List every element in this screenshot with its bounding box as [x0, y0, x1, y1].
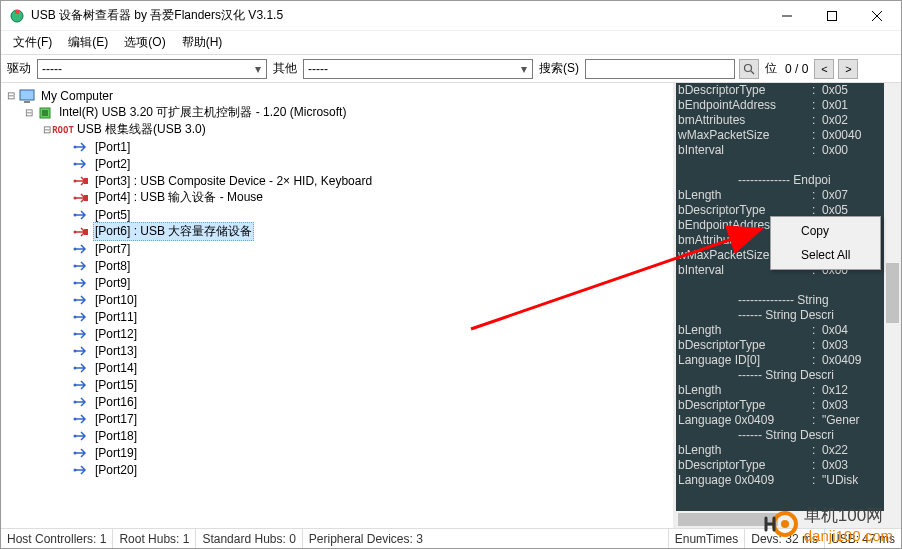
- tree-node-label: [Port6] : USB 大容量存储设备: [93, 222, 254, 241]
- tree-node[interactable]: [Port15]: [5, 376, 673, 393]
- menu-options[interactable]: 选项(O): [116, 32, 173, 53]
- detail-line[interactable]: bInterval: 0x00: [676, 143, 884, 158]
- computer-icon: [19, 89, 35, 103]
- tree-node[interactable]: [Port10]: [5, 291, 673, 308]
- tree-node[interactable]: [Port19]: [5, 444, 673, 461]
- tree-node-label: [Port14]: [93, 361, 139, 375]
- tree-node-label: USB 根集线器(USB 3.0): [75, 121, 208, 138]
- tree-node[interactable]: [Port16]: [5, 393, 673, 410]
- detail-line[interactable]: ------------- Endpoi: [676, 173, 884, 188]
- detail-line[interactable]: bLength: 0x12: [676, 383, 884, 398]
- other-combo[interactable]: -----▾: [303, 59, 533, 79]
- svg-point-14: [74, 213, 77, 216]
- tree-node[interactable]: [Port4] : USB 输入设备 - Mouse: [5, 189, 673, 206]
- tree-node[interactable]: [Port3] : USB Composite Device - 2× HID,…: [5, 172, 673, 189]
- tree-node[interactable]: [Port18]: [5, 427, 673, 444]
- window-title: USB 设备树查看器 by 吾爱Flanders汉化 V3.1.5: [31, 7, 764, 24]
- maximize-button[interactable]: [809, 1, 854, 30]
- drive-combo[interactable]: -----▾: [37, 59, 267, 79]
- svg-rect-4: [20, 90, 34, 100]
- tree-node-label: [Port3] : USB Composite Device - 2× HID,…: [93, 174, 374, 188]
- svg-point-18: [74, 264, 77, 267]
- vscrollbar[interactable]: [884, 83, 901, 528]
- usb-empty-icon: [73, 361, 89, 375]
- search-go-button[interactable]: [739, 59, 759, 79]
- tree-node[interactable]: [Port17]: [5, 410, 673, 427]
- minimize-button[interactable]: [764, 1, 809, 30]
- tree-node[interactable]: [Port7]: [5, 240, 673, 257]
- svg-rect-1: [15, 10, 19, 14]
- ctx-copy[interactable]: Copy: [773, 219, 878, 243]
- svg-point-9: [74, 162, 77, 165]
- svg-point-26: [74, 400, 77, 403]
- svg-point-10: [74, 179, 77, 182]
- detail-line[interactable]: wMaxPacketSize: 0x0040: [676, 128, 884, 143]
- other-label: 其他: [271, 60, 299, 77]
- menu-file[interactable]: 文件(F): [5, 32, 60, 53]
- detail-line[interactable]: bmAttributes: 0x02: [676, 113, 884, 128]
- prev-button[interactable]: <: [814, 59, 834, 79]
- detail-line[interactable]: bEndpointAddress: 0x01: [676, 98, 884, 113]
- usb-empty-icon: [73, 310, 89, 324]
- svg-point-17: [74, 247, 77, 250]
- usb-empty-icon: [73, 293, 89, 307]
- collapse-icon[interactable]: ⊟: [5, 90, 17, 102]
- detail-line[interactable]: bLength: 0x22: [676, 443, 884, 458]
- tree-node-label: [Port20]: [93, 463, 139, 477]
- tree-node[interactable]: [Port12]: [5, 325, 673, 342]
- detail-panel: bDescriptorType: 0x05bEndpointAddress: 0…: [673, 83, 901, 528]
- next-button[interactable]: >: [838, 59, 858, 79]
- menu-help[interactable]: 帮助(H): [174, 32, 231, 53]
- usb-dev-icon: [73, 225, 89, 239]
- tree-node[interactable]: ⊟ROOTUSB 根集线器(USB 3.0): [5, 121, 673, 138]
- detail-line[interactable]: Language 0x0409: "Gener: [676, 413, 884, 428]
- expand-icon: [59, 328, 71, 340]
- svg-point-19: [74, 281, 77, 284]
- expand-icon: [59, 175, 71, 187]
- tree-node[interactable]: [Port9]: [5, 274, 673, 291]
- expand-icon: [59, 192, 71, 204]
- ctx-select-all[interactable]: Select All: [773, 243, 878, 267]
- detail-line[interactable]: Language ID[0]: 0x0409: [676, 353, 884, 368]
- expand-icon: [59, 379, 71, 391]
- tree-node[interactable]: [Port20]: [5, 461, 673, 478]
- svg-point-23: [74, 349, 77, 352]
- usb-empty-icon: [73, 446, 89, 460]
- tree-node[interactable]: [Port11]: [5, 308, 673, 325]
- watermark-text1: 单机100网: [804, 504, 893, 527]
- close-button[interactable]: [854, 1, 899, 30]
- tree-node[interactable]: [Port14]: [5, 359, 673, 376]
- svg-point-33: [781, 520, 789, 528]
- detail-line[interactable]: bDescriptorType: 0x03: [676, 458, 884, 473]
- detail-line[interactable]: ------ String Descri: [676, 368, 884, 383]
- menubar: 文件(F) 编辑(E) 选项(O) 帮助(H): [1, 31, 901, 55]
- detail-line[interactable]: ------ String Descri: [676, 308, 884, 323]
- tree-node[interactable]: [Port1]: [5, 138, 673, 155]
- detail-line[interactable]: bDescriptorType: 0x03: [676, 338, 884, 353]
- detail-line[interactable]: bLength: 0x07: [676, 188, 884, 203]
- sb-root-hubs: Root Hubs: 1: [113, 529, 196, 548]
- tree-node[interactable]: [Port6] : USB 大容量存储设备: [5, 223, 673, 240]
- app-icon: [9, 8, 25, 24]
- search-input[interactable]: [585, 59, 735, 79]
- tree-node[interactable]: [Port5]: [5, 206, 673, 223]
- collapse-icon[interactable]: ⊟: [23, 107, 35, 119]
- detail-line[interactable]: bLength: 0x04: [676, 323, 884, 338]
- svg-rect-5: [24, 101, 30, 103]
- usb-empty-icon: [73, 412, 89, 426]
- svg-rect-16: [84, 229, 88, 235]
- detail-line[interactable]: ------ String Descri: [676, 428, 884, 443]
- watermark-text2: danji100.com: [804, 527, 893, 544]
- tree-node[interactable]: ⊟My Computer: [5, 87, 673, 104]
- tree-node[interactable]: [Port13]: [5, 342, 673, 359]
- tree-node[interactable]: ⊟Intel(R) USB 3.20 可扩展主机控制器 - 1.20 (Micr…: [5, 104, 673, 121]
- detail-line[interactable]: bDescriptorType: 0x03: [676, 398, 884, 413]
- tree-node[interactable]: [Port2]: [5, 155, 673, 172]
- detail-line[interactable]: Language 0x0409: "UDisk: [676, 473, 884, 488]
- device-tree[interactable]: ⊟My Computer⊟Intel(R) USB 3.20 可扩展主机控制器 …: [1, 83, 673, 528]
- detail-line[interactable]: -------------- String: [676, 293, 884, 308]
- tree-node[interactable]: [Port8]: [5, 257, 673, 274]
- menu-edit[interactable]: 编辑(E): [60, 32, 116, 53]
- detail-line[interactable]: bDescriptorType: 0x05: [676, 83, 884, 98]
- tree-node-label: My Computer: [39, 89, 115, 103]
